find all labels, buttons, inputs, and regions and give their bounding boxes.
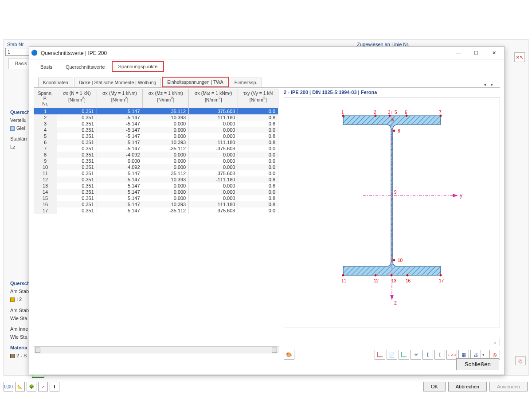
table-cell: 0.000 <box>143 133 189 139</box>
col-header-3[interactable]: σx (Mz = 1 kNm)[N/mm2] <box>143 89 189 108</box>
subtab-koordinaten[interactable]: Koordinaten <box>38 78 73 87</box>
values-button[interactable]: 📄 <box>387 350 397 360</box>
table-cell: 0.0 <box>238 170 278 176</box>
table-cell: 0.000 <box>143 195 189 201</box>
table-cell: 0.351 <box>57 170 97 176</box>
table-row[interactable]: 60.351-5.147-10.393-111.1800.8 <box>34 139 278 145</box>
col-header-5[interactable]: τxy (Vy = 1 kN[N/mm2] <box>238 89 278 108</box>
svg-text:y: y <box>460 192 462 199</box>
target-button[interactable]: ◎ <box>515 356 526 365</box>
table-row[interactable]: 130.3515.1470.0000.0000.8 <box>34 183 278 189</box>
table-row[interactable]: 20.351-5.14710.393111.1800.8 <box>34 114 278 121</box>
anwenden-button[interactable]: Anwenden <box>489 382 528 391</box>
axes-button[interactable] <box>375 350 385 360</box>
table-row[interactable]: 140.3515.1470.0000.0000.0 <box>34 189 278 195</box>
tab-basis[interactable]: Basis <box>34 62 59 72</box>
principal-button[interactable]: ✳ <box>411 350 421 360</box>
table-row[interactable]: 170.3515.147-35.112375.6080.0 <box>34 207 278 214</box>
amstab2-row: Am Stab <box>10 308 30 313</box>
table-row[interactable]: 120.3515.14710.393-111.1800.8 <box>34 176 278 183</box>
table-row[interactable]: 70.351-5.147-35.112-375.6080.0 <box>34 145 278 152</box>
horizontal-scrollbar[interactable] <box>34 346 278 353</box>
svg-point-29 <box>391 274 393 277</box>
tb-tree[interactable]: 🌳 <box>27 382 36 391</box>
maximize-button[interactable]: ☐ <box>467 48 485 59</box>
subtab-scroll-right[interactable]: ▸ <box>489 82 496 87</box>
col-header-0[interactable]: Spann. P.Nr. <box>34 89 57 108</box>
subtab-dicke[interactable]: Dicke | Statische Momente | Wölbung <box>74 78 161 87</box>
gleich-swatch <box>10 126 15 131</box>
table-row[interactable]: 150.3515.1470.0000.0000.8 <box>34 195 278 201</box>
minimize-button[interactable]: — <box>450 48 467 59</box>
ok-button[interactable]: OK <box>423 382 446 391</box>
col-header-1[interactable]: σx (N = 1 kN)[N/mm2] <box>57 89 97 108</box>
svg-text:4: 4 <box>391 118 394 123</box>
tb-member[interactable]: 📐 <box>15 382 25 391</box>
table-cell: 0.0 <box>238 158 278 164</box>
table-cell: 3 <box>34 121 57 127</box>
tb-cursor[interactable]: ↗ <box>38 382 48 391</box>
svg-point-27 <box>375 274 377 277</box>
clear-selection-button[interactable]: ✕↖ <box>514 52 525 62</box>
table-row[interactable]: 30.351-5.1470.0000.0000.8 <box>34 121 278 127</box>
colormap-button[interactable]: 🎨 <box>284 350 294 360</box>
aminne-row: Am inne <box>10 326 30 332</box>
abbrechen-button[interactable]: Abbrechen <box>448 382 487 391</box>
svg-text:8: 8 <box>398 129 400 133</box>
table-cell: -10.393 <box>143 201 189 207</box>
svg-point-23 <box>393 259 395 262</box>
section-blue-button[interactable]: Ⅰ <box>422 350 433 360</box>
svg-point-8 <box>342 115 344 117</box>
table-row[interactable]: 10.351-5.14735.112375.6080.0 <box>34 108 278 114</box>
cross-section-title: 2 - IPE 200 | DIN 1025-5:1994-03 | Feron… <box>284 89 500 98</box>
table-row[interactable]: 90.3510.0000.0000.0000.0 <box>34 158 278 164</box>
table-cell: 5.147 <box>97 207 143 214</box>
svg-text:13: 13 <box>391 278 397 283</box>
table-cell: 0.351 <box>57 201 97 207</box>
table-row[interactable]: 80.351-4.0920.0000.0000.0 <box>34 152 278 158</box>
table-row[interactable]: 100.3514.0920.0000.0000.0 <box>34 164 278 170</box>
table-cell: 0.8 <box>238 114 278 121</box>
table-cell: 0.351 <box>57 121 97 127</box>
col-header-2[interactable]: σx (My = 1 kNm)[N/mm2] <box>97 89 143 108</box>
table-cell: 0.8 <box>238 121 278 127</box>
close-button[interactable]: ✕ <box>485 48 503 59</box>
subtab-einheitssp-extra[interactable]: Einheitssp. <box>230 78 262 87</box>
svg-text:6: 6 <box>405 110 407 115</box>
tb-help[interactable]: ℹ <box>50 382 59 391</box>
wiest2-row: Wie Sta <box>10 334 30 340</box>
table-cell: 11 <box>34 170 57 176</box>
quersch-sect2: Quersch <box>10 281 30 286</box>
table-cell: 0.351 <box>57 145 97 152</box>
table-row[interactable]: 50.351-5.1470.0000.0000.8 <box>34 133 278 139</box>
subtab-scroll-left[interactable]: ◂ <box>481 82 489 87</box>
main-tabs: Basis Querschnittswerte Spannungspunkte <box>29 59 505 72</box>
tb-000[interactable]: 0,00 <box>4 382 13 391</box>
section-gray-button[interactable]: Ⅰ <box>434 350 445 360</box>
table-cell: 4.092 <box>97 164 143 170</box>
dims-button[interactable] <box>399 350 409 360</box>
svg-point-18 <box>440 115 442 117</box>
tab-querschnittswerte[interactable]: Querschnittswerte <box>59 62 112 72</box>
table-cell: 15 <box>34 195 57 201</box>
svg-text:12: 12 <box>374 278 379 283</box>
table-row[interactable]: 40.351-5.1470.0000.0000.0 <box>34 127 278 133</box>
table-cell: 16 <box>34 201 57 207</box>
display-dropdown[interactable]: --⌄ <box>284 338 500 346</box>
table-row[interactable]: 110.3515.14735.112-375.6080.0 <box>34 170 278 176</box>
tab-spannungspunkte[interactable]: Spannungspunkte <box>112 61 164 72</box>
subtab-einheitsspannungen-twa[interactable]: Einheitsspannungen | TWA <box>162 77 228 87</box>
table-row[interactable]: 160.3515.147-10.393111.1800.8 <box>34 201 278 207</box>
table-cell: -5.147 <box>97 114 143 121</box>
numbers-button[interactable]: 1 2 3 <box>446 350 457 360</box>
svg-point-25 <box>342 274 344 277</box>
table-cell: 0.000 <box>143 164 189 170</box>
table-cell: 17 <box>34 207 57 214</box>
table-cell: 5 <box>34 133 57 139</box>
table-cell: 5.147 <box>97 201 143 207</box>
table-cell: 0.0 <box>238 127 278 133</box>
materia-sect: Materia <box>10 345 30 350</box>
table-cell: -375.608 <box>189 145 238 152</box>
schliessen-button[interactable]: Schließen <box>456 358 499 370</box>
col-header-4[interactable]: σx (Mω = 1 kNm²)[N/mm2] <box>189 89 238 108</box>
